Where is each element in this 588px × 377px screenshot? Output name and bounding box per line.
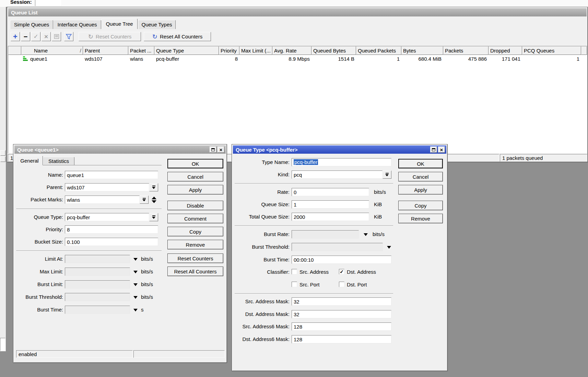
background-edge-button[interactable] <box>0 156 5 162</box>
column-header-queued-packets[interactable]: Queued Packets <box>356 46 401 55</box>
apply-button[interactable]: Apply <box>167 185 223 195</box>
remove-button[interactable]: Remove <box>167 240 223 249</box>
dst-address-mask-input[interactable] <box>292 310 391 318</box>
maximize-button[interactable] <box>210 146 216 153</box>
bucket-size-input[interactable] <box>65 238 158 246</box>
tab-simple-queues[interactable]: Simple Queues <box>10 20 53 29</box>
burst-threshold-input[interactable] <box>292 243 383 251</box>
queue-size-input[interactable] <box>292 200 369 209</box>
name-input[interactable] <box>65 171 158 179</box>
parent-input[interactable] <box>65 183 149 191</box>
max-limit-input[interactable] <box>65 268 130 276</box>
column-header-dropped[interactable]: Dropped <box>489 46 522 55</box>
queue-list-titlebar[interactable]: Queue List <box>8 8 587 16</box>
add-button[interactable]: + <box>11 32 20 41</box>
reset-all-counters-button[interactable]: Reset All Counters <box>167 267 223 276</box>
column-header-packets[interactable]: Packets <box>443 46 489 55</box>
tab-general[interactable]: General <box>16 156 43 165</box>
burst-time-input[interactable] <box>292 256 391 264</box>
src-port-checkbox-label[interactable]: Src. Port <box>299 281 319 289</box>
column-header-priority[interactable]: Priority <box>219 46 239 55</box>
disable-button[interactable]: Disable <box>167 201 223 210</box>
background-edge-button[interactable] <box>0 150 5 156</box>
cancel-button[interactable]: Cancel <box>167 172 223 181</box>
dst-port-checkbox-label[interactable]: Dst. Port <box>347 281 367 289</box>
burst-time-unit-dropdown-icon[interactable] <box>133 309 138 311</box>
rate-input[interactable] <box>292 188 369 196</box>
queue-type-input[interactable] <box>65 213 149 221</box>
burst-time-input[interactable] <box>65 306 130 314</box>
parent-dropdown-button[interactable] <box>149 183 158 191</box>
column-header-parent[interactable]: Parent <box>83 46 128 55</box>
priority-input[interactable] <box>65 225 158 234</box>
kind-input[interactable] <box>292 170 383 179</box>
limit-at-unit-dropdown-icon[interactable] <box>133 258 138 261</box>
queue-type-dropdown-button[interactable] <box>149 213 158 221</box>
session-box[interactable] <box>35 0 62 6</box>
remove-button[interactable]: Remove <box>398 214 443 223</box>
column-header-packet-marks[interactable]: Packet ... <box>128 46 154 55</box>
copy-button[interactable]: Copy <box>167 227 223 236</box>
src-address-checkbox-label[interactable]: Src. Address <box>299 268 329 276</box>
maximize-button[interactable] <box>430 146 437 153</box>
copy-button[interactable]: Copy <box>398 201 443 210</box>
src-address6-mask-input[interactable] <box>292 322 391 331</box>
burst-threshold-input[interactable] <box>65 293 130 301</box>
remove-button[interactable]: − <box>21 32 30 41</box>
src-port-checkbox[interactable] <box>292 282 297 287</box>
reset-all-counters-button[interactable]: ↻ Reset All Counters <box>144 32 211 41</box>
reset-counters-button[interactable]: ↻ Reset Counters <box>79 32 141 41</box>
total-queue-size-input[interactable] <box>292 213 369 221</box>
table-row[interactable]: queue1 wds107 wlans pcq-buffer 8 8.9 Mbp… <box>8 55 587 62</box>
type-name-input[interactable]: pcq-buffer <box>292 158 391 166</box>
burst-limit-input[interactable] <box>65 280 130 288</box>
disable-button[interactable]: × <box>42 32 51 41</box>
queue-type-dialog-titlebar[interactable]: Queue Type <pcq-buffer> × <box>233 145 446 154</box>
src-address-checkbox[interactable] <box>292 269 297 274</box>
dst-address-checkbox[interactable]: ✓ <box>339 269 344 274</box>
burst-threshold-unit-dropdown-icon[interactable] <box>133 296 138 299</box>
close-button[interactable]: × <box>217 146 224 153</box>
ok-button[interactable]: OK <box>398 159 443 168</box>
max-limit-unit-dropdown-icon[interactable] <box>133 271 138 273</box>
limit-at-input[interactable] <box>65 255 130 263</box>
burst-threshold-dropdown-icon[interactable] <box>387 246 391 249</box>
dst-address-checkbox-label[interactable]: Dst. Address <box>347 268 376 276</box>
dst-port-checkbox[interactable] <box>339 282 344 287</box>
apply-button[interactable]: Apply <box>398 185 443 195</box>
column-header-bytes[interactable]: Bytes <box>401 46 443 55</box>
burst-limit-unit-dropdown-icon[interactable] <box>133 283 138 286</box>
column-header-flags[interactable] <box>8 46 21 55</box>
column-header-max-limit[interactable]: Max Limit (... <box>239 46 272 55</box>
column-header-queue-type[interactable]: Queue Type <box>154 46 219 55</box>
close-button[interactable]: × <box>438 146 445 153</box>
type-name-label: Type Name: <box>233 158 290 166</box>
packet-marks-dropdown-button[interactable] <box>140 196 149 204</box>
dst-address6-mask-input[interactable] <box>292 335 391 343</box>
column-header-queued-bytes[interactable]: Queued Bytes <box>311 46 356 55</box>
packet-marks-input[interactable] <box>65 196 140 204</box>
tab-queue-tree[interactable]: Queue Tree <box>101 19 138 29</box>
sort-indicator-icon[interactable]: / <box>80 48 81 54</box>
tab-queue-types[interactable]: Queue Types <box>138 20 176 29</box>
queue-dialog-titlebar[interactable]: Queue <queue1> × <box>14 145 226 154</box>
burst-rate-input[interactable] <box>292 230 359 238</box>
column-header-pcq-queues[interactable]: PCQ Queues <box>522 46 581 55</box>
cell-name: queue1 <box>21 56 83 62</box>
comment-button[interactable]: Comment <box>167 214 223 223</box>
kind-dropdown-button[interactable] <box>383 170 391 179</box>
src-address-mask-input[interactable] <box>292 297 391 306</box>
filter-button[interactable] <box>64 32 73 41</box>
column-header-avg-rate[interactable]: Avg. Rate <box>272 46 311 55</box>
comment-button[interactable] <box>52 32 61 41</box>
packet-marks-spinner[interactable] <box>150 196 158 204</box>
tab-interface-queues[interactable]: Interface Queues <box>53 20 101 29</box>
enable-button[interactable]: ✓ <box>31 32 40 41</box>
reset-counters-button[interactable]: Reset Counters <box>167 254 223 263</box>
burst-rate-unit-dropdown-icon[interactable] <box>364 233 368 236</box>
column-header-name[interactable]: Name / <box>21 46 83 55</box>
cancel-button[interactable]: Cancel <box>398 172 443 181</box>
ok-button[interactable]: OK <box>167 159 223 168</box>
separator <box>235 293 393 294</box>
tab-statistics[interactable]: Statistics <box>43 157 74 165</box>
